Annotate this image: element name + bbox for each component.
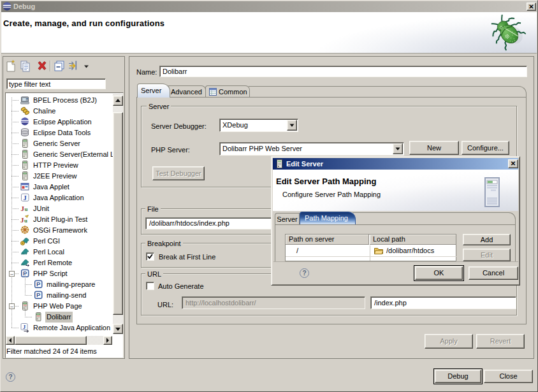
svg-text:P: P bbox=[36, 291, 41, 298]
svg-text:u: u bbox=[24, 217, 27, 224]
svg-text:J: J bbox=[23, 324, 26, 330]
svg-text:J: J bbox=[24, 194, 27, 201]
svg-text:u: u bbox=[25, 206, 28, 212]
svg-text:P: P bbox=[36, 280, 41, 287]
